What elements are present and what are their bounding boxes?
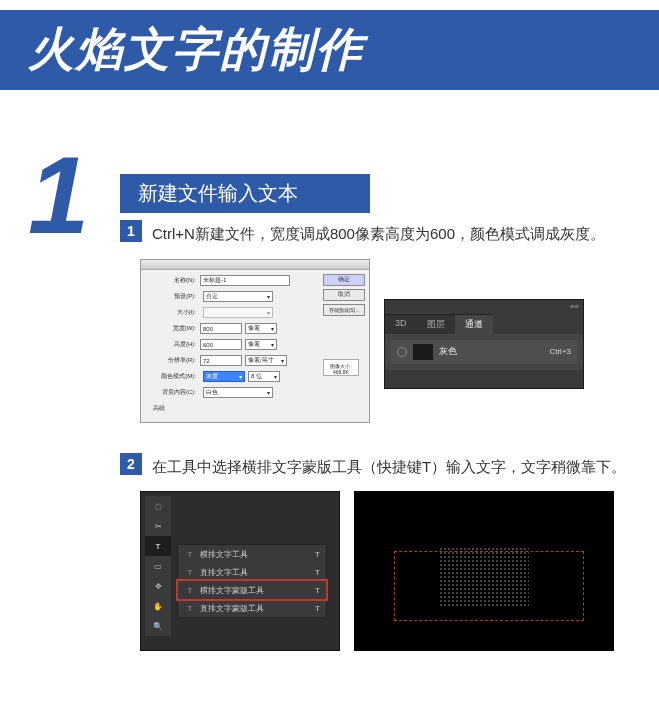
type-icon: T	[184, 550, 196, 559]
width-unit[interactable]: 像素▾	[245, 323, 277, 334]
ok-button[interactable]: 确定	[323, 274, 365, 286]
step-number: 1	[28, 140, 89, 250]
channel-thumbnail	[413, 344, 433, 360]
screenshot-row-1: 名称(N): 未标题-1 预设(P): 自定▾ 大小(I): ▾ 宽度(W): …	[140, 259, 641, 423]
flyout-item-horizontal-type-mask[interactable]: T 横排文字蒙版工具 T	[178, 581, 326, 599]
mode-bits[interactable]: 8 位▾	[248, 371, 280, 382]
name-input[interactable]: 未标题-1	[200, 275, 290, 286]
tab-layers[interactable]: 图层	[417, 314, 455, 334]
toolbox-screenshot: ◌ ✂ T ▭ ✥ ✋ 🔍 T 横排文字工具 T T 直排文字工具 T	[140, 491, 340, 651]
mode-select[interactable]: 灰度▾	[203, 371, 245, 382]
cancel-button[interactable]: 取消	[323, 289, 365, 301]
preset-select[interactable]: 自定▾	[203, 291, 273, 302]
channel-shortcut: Ctrl+3	[549, 347, 571, 356]
new-file-dialog: 名称(N): 未标题-1 预设(P): 自定▾ 大小(I): ▾ 宽度(W): …	[140, 259, 370, 423]
flyout-item-horizontal-type[interactable]: T 横排文字工具 T	[178, 545, 326, 563]
title-bar: 火焰文字的制作	[0, 10, 659, 90]
bg-select[interactable]: 白色▾	[203, 387, 273, 398]
substep-2: 2 在工具中选择横排文字蒙版工具（快捷键T）输入文字，文字稍微靠下。	[120, 453, 639, 482]
substep-2-text: 在工具中选择横排文字蒙版工具（快捷键T）输入文字，文字稍微靠下。	[152, 453, 626, 482]
width-label: 宽度(W):	[145, 324, 200, 333]
tab-3d[interactable]: 3D	[385, 314, 417, 334]
height-unit[interactable]: 像素▾	[245, 339, 277, 350]
tool-slot[interactable]: ◌	[145, 496, 171, 516]
type-tool-flyout: T 横排文字工具 T T 直排文字工具 T T 横排文字蒙版工具 T T 直排文…	[177, 544, 327, 618]
preset-label: 预设(P):	[145, 292, 200, 301]
channel-row-gray[interactable]: 灰色 Ctrl+3	[391, 340, 577, 364]
res-unit[interactable]: 像素/英寸▾	[245, 355, 287, 366]
tool-slot[interactable]: ✥	[145, 576, 171, 596]
width-input[interactable]: 800	[200, 323, 242, 334]
res-input[interactable]: 72	[200, 355, 242, 366]
type-mask-icon: T	[184, 586, 196, 595]
visibility-icon[interactable]	[397, 347, 407, 357]
bg-label: 背景内容(C):	[145, 388, 200, 397]
type-icon: T	[184, 568, 196, 577]
substep-1-text: Ctrl+N新建文件，宽度调成800像素高度为600，颜色模式调成灰度。	[152, 220, 605, 249]
tool-slot[interactable]: ✋	[145, 596, 171, 616]
screenshot-row-2: ◌ ✂ T ▭ ✥ ✋ 🔍 T 横排文字工具 T T 直排文字工具 T	[140, 491, 641, 651]
canvas-text: 传智	[439, 537, 529, 606]
substep-1-number: 1	[120, 220, 142, 242]
size-select: ▾	[203, 307, 273, 318]
size-label: 大小(I):	[145, 308, 200, 317]
canvas-preview: 传智	[354, 491, 614, 651]
height-input[interactable]: 600	[200, 339, 242, 350]
step-heading: 新建文件输入文本	[120, 174, 370, 213]
tab-channels[interactable]: 通道	[455, 314, 493, 334]
page-root: 火焰文字的制作 1 新建文件输入文本 1 Ctrl+N新建文件，宽度调成800像…	[0, 10, 659, 703]
panel-tabs: 3D 图层 通道	[385, 314, 583, 334]
tool-slot[interactable]: 🔍	[145, 616, 171, 636]
dialog-titlebar	[141, 260, 369, 270]
res-label: 分辨率(R):	[145, 356, 200, 365]
chevron-down-icon: ▾	[267, 293, 270, 300]
channels-panel: «« 3D 图层 通道 灰色 Ctrl+3	[384, 299, 584, 389]
flyout-item-vertical-type[interactable]: T 直排文字工具 T	[178, 563, 326, 581]
type-mask-icon: T	[184, 604, 196, 613]
toolbox: ◌ ✂ T ▭ ✥ ✋ 🔍	[145, 496, 171, 636]
substep-1: 1 Ctrl+N新建文件，宽度调成800像素高度为600，颜色模式调成灰度。	[120, 220, 639, 249]
channel-name: 灰色	[439, 345, 549, 358]
name-label: 名称(N):	[145, 276, 200, 285]
page-title: 火焰文字的制作	[28, 19, 364, 81]
save-preset-button[interactable]: 存储预设(S)...	[323, 304, 365, 316]
height-label: 高度(H):	[145, 340, 200, 349]
advanced-toggle[interactable]: 高级	[145, 404, 200, 413]
panel-collapse-icon[interactable]: ««	[570, 302, 579, 311]
flyout-item-vertical-type-mask[interactable]: T 直排文字蒙版工具 T	[178, 599, 326, 617]
tool-slot[interactable]: ✂	[145, 516, 171, 536]
type-tool[interactable]: T	[145, 536, 171, 556]
mode-label: 颜色模式(M):	[145, 372, 200, 381]
size-preview: 图像大小: 468.8K	[323, 359, 359, 376]
substep-2-number: 2	[120, 453, 142, 475]
tool-slot[interactable]: ▭	[145, 556, 171, 576]
